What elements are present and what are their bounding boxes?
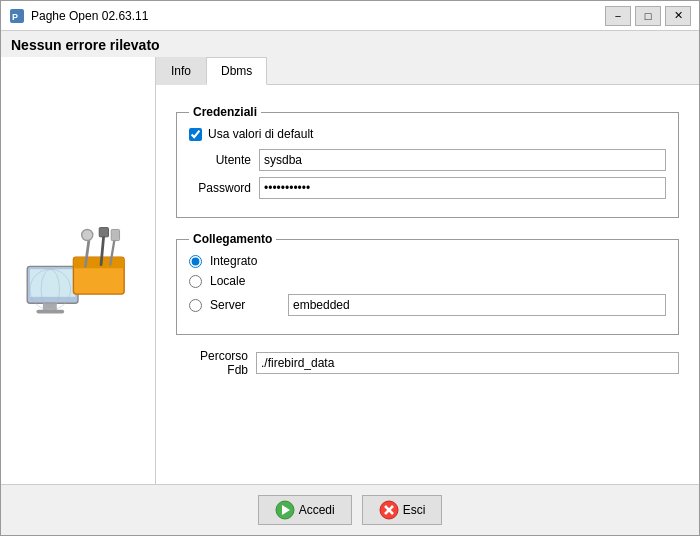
esci-icon: [379, 500, 399, 520]
esci-button[interactable]: Esci: [362, 495, 443, 525]
percorso-label: Percorso Fdb: [176, 349, 256, 377]
svg-point-9: [82, 229, 93, 240]
radio-integrato-label: Integrato: [210, 254, 280, 268]
right-panel: Info Dbms Credenziali Usa valori di defa…: [156, 57, 699, 484]
title-bar: P Paghe Open 02.63.11 − □ ✕: [1, 1, 699, 31]
tab-content-dbms: Credenziali Usa valori di default Utente…: [156, 85, 699, 484]
svg-rect-5: [36, 309, 64, 313]
main-content: Info Dbms Credenziali Usa valori di defa…: [1, 57, 699, 484]
radio-integrato-row: Integrato: [189, 254, 666, 268]
radio-server[interactable]: [189, 299, 202, 312]
esci-label: Esci: [403, 503, 426, 517]
percorso-row: Percorso Fdb: [176, 349, 679, 377]
svg-rect-13: [111, 229, 119, 240]
collegamento-legend: Collegamento: [189, 232, 276, 246]
default-values-label: Usa valori di default: [208, 127, 313, 141]
accedi-icon: [275, 500, 295, 520]
password-label: Password: [189, 181, 259, 195]
percorso-input[interactable]: [256, 352, 679, 374]
checkbox-row: Usa valori di default: [189, 127, 666, 141]
title-bar-left: P Paghe Open 02.63.11: [9, 8, 148, 24]
svg-text:P: P: [12, 12, 18, 22]
svg-rect-7: [73, 257, 124, 268]
tabs-bar: Info Dbms: [156, 57, 699, 85]
radio-locale-label: Locale: [210, 274, 280, 288]
footer: Accedi Esci: [1, 484, 699, 535]
close-button[interactable]: ✕: [665, 6, 691, 26]
utente-input[interactable]: [259, 149, 666, 171]
default-values-checkbox[interactable]: [189, 128, 202, 141]
maximize-button[interactable]: □: [635, 6, 661, 26]
left-panel: [1, 57, 156, 484]
main-window: P Paghe Open 02.63.11 − □ ✕ Nessun error…: [0, 0, 700, 536]
credenziali-group: Credenziali Usa valori di default Utente…: [176, 105, 679, 218]
utente-row: Utente: [189, 149, 666, 171]
accedi-button[interactable]: Accedi: [258, 495, 352, 525]
header-label: Nessun errore rilevato: [1, 31, 699, 57]
accedi-label: Accedi: [299, 503, 335, 517]
collegamento-group: Collegamento Integrato Locale Server: [176, 232, 679, 335]
utente-label: Utente: [189, 153, 259, 167]
tab-dbms[interactable]: Dbms: [206, 57, 267, 85]
app-icon: P: [9, 8, 25, 24]
radio-server-row: Server: [189, 294, 666, 316]
minimize-button[interactable]: −: [605, 6, 631, 26]
radio-locale[interactable]: [189, 275, 202, 288]
svg-rect-11: [99, 227, 108, 236]
radio-integrato[interactable]: [189, 255, 202, 268]
tab-info[interactable]: Info: [156, 57, 206, 85]
credenziali-legend: Credenziali: [189, 105, 261, 119]
radio-locale-row: Locale: [189, 274, 666, 288]
illustration-icon: [18, 211, 138, 331]
svg-rect-3: [30, 269, 75, 297]
title-bar-controls: − □ ✕: [605, 6, 691, 26]
password-row: Password: [189, 177, 666, 199]
password-input[interactable]: [259, 177, 666, 199]
radio-server-label: Server: [210, 298, 280, 312]
window-title: Paghe Open 02.63.11: [31, 9, 148, 23]
server-input[interactable]: [288, 294, 666, 316]
